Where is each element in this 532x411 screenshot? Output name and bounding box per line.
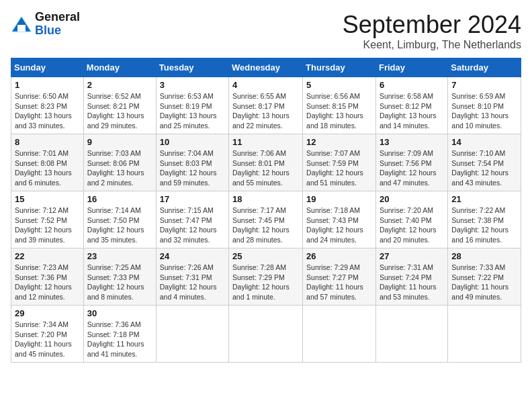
day-info: Sunrise: 7:31 AMSunset: 7:24 PMDaylight:… [380,263,444,302]
empty-cell [156,306,228,363]
day-cell-15: 15Sunrise: 7:12 AMSunset: 7:52 PMDayligh… [11,191,84,248]
day-info: Sunrise: 6:55 AMSunset: 8:17 PMDaylight:… [232,91,299,131]
day-cell-19: 19Sunrise: 7:18 AMSunset: 7:43 PMDayligh… [303,191,376,248]
day-info: Sunrise: 7:03 AMSunset: 8:06 PMDaylight:… [87,148,152,188]
calendar-week-row: 8Sunrise: 7:01 AMSunset: 8:08 PMDaylight… [11,134,521,191]
header-saturday: Saturday [448,58,521,77]
weekday-header-row: Sunday Monday Tuesday Wednesday Thursday… [11,58,521,77]
day-info: Sunrise: 7:15 AMSunset: 7:47 PMDaylight:… [160,205,225,245]
day-number: 30 [87,308,152,318]
day-info: Sunrise: 6:53 AMSunset: 8:19 PMDaylight:… [160,91,225,131]
day-cell-7: 7Sunrise: 6:59 AMSunset: 8:10 PMDaylight… [448,77,521,134]
day-number: 21 [451,194,517,204]
day-cell-20: 20Sunrise: 7:20 AMSunset: 7:40 PMDayligh… [375,191,447,248]
day-cell-2: 2Sunrise: 6:52 AMSunset: 8:21 PMDaylight… [83,77,156,134]
day-info: Sunrise: 6:58 AMSunset: 8:12 PMDaylight:… [380,91,444,131]
calendar-title: September 2024 [343,11,521,39]
day-info: Sunrise: 7:17 AMSunset: 7:45 PMDaylight:… [232,205,299,245]
calendar-subtitle: Keent, Limburg, The Netherlands [343,39,521,51]
day-cell-4: 4Sunrise: 6:55 AMSunset: 8:17 PMDaylight… [229,77,303,134]
day-info: Sunrise: 7:25 AMSunset: 7:33 PMDaylight:… [87,263,152,302]
day-info: Sunrise: 7:34 AMSunset: 7:20 PMDaylight:… [15,320,80,359]
day-number: 1 [15,80,80,90]
day-cell-18: 18Sunrise: 7:17 AMSunset: 7:45 PMDayligh… [229,191,303,248]
day-info: Sunrise: 7:20 AMSunset: 7:40 PMDaylight:… [380,205,444,245]
day-number: 10 [160,137,225,147]
day-number: 11 [232,137,299,147]
calendar-week-row: 29Sunrise: 7:34 AMSunset: 7:20 PMDayligh… [11,306,521,363]
day-cell-29: 29Sunrise: 7:34 AMSunset: 7:20 PMDayligh… [11,306,84,363]
day-number: 9 [87,137,152,147]
empty-cell [303,306,376,363]
day-number: 24 [160,251,225,261]
day-info: Sunrise: 6:59 AMSunset: 8:10 PMDaylight:… [451,91,517,131]
day-cell-24: 24Sunrise: 7:26 AMSunset: 7:31 PMDayligh… [156,248,228,306]
logo-icon [11,15,32,33]
day-number: 3 [160,80,225,90]
day-info: Sunrise: 7:10 AMSunset: 7:54 PMDaylight:… [451,148,517,188]
day-cell-5: 5Sunrise: 6:56 AMSunset: 8:15 PMDaylight… [303,77,376,134]
header-thursday: Thursday [303,58,376,77]
day-number: 20 [380,194,444,204]
day-info: Sunrise: 7:23 AMSunset: 7:36 PMDaylight:… [15,263,80,302]
title-area: September 2024 Keent, Limburg, The Nethe… [343,11,521,51]
day-number: 4 [232,80,299,90]
header-sunday: Sunday [11,58,84,77]
day-number: 8 [15,137,80,147]
day-cell-1: 1Sunrise: 6:50 AMSunset: 8:23 PMDaylight… [11,77,84,134]
day-number: 29 [15,308,80,318]
day-cell-22: 22Sunrise: 7:23 AMSunset: 7:36 PMDayligh… [11,248,84,306]
day-cell-17: 17Sunrise: 7:15 AMSunset: 7:47 PMDayligh… [156,191,228,248]
day-number: 25 [232,251,299,261]
day-cell-23: 23Sunrise: 7:25 AMSunset: 7:33 PMDayligh… [83,248,156,306]
day-info: Sunrise: 7:33 AMSunset: 7:22 PMDaylight:… [451,263,517,302]
empty-cell [229,306,303,363]
day-cell-27: 27Sunrise: 7:31 AMSunset: 7:24 PMDayligh… [375,248,447,306]
day-cell-9: 9Sunrise: 7:03 AMSunset: 8:06 PMDaylight… [83,134,156,191]
day-cell-28: 28Sunrise: 7:33 AMSunset: 7:22 PMDayligh… [448,248,521,306]
day-cell-26: 26Sunrise: 7:29 AMSunset: 7:27 PMDayligh… [303,248,376,306]
day-cell-13: 13Sunrise: 7:09 AMSunset: 7:56 PMDayligh… [375,134,447,191]
day-number: 14 [451,137,517,147]
day-info: Sunrise: 7:22 AMSunset: 7:38 PMDaylight:… [451,205,517,245]
calendar-table: Sunday Monday Tuesday Wednesday Thursday… [11,58,521,363]
day-number: 16 [87,194,152,204]
day-cell-11: 11Sunrise: 7:06 AMSunset: 8:01 PMDayligh… [229,134,303,191]
day-cell-14: 14Sunrise: 7:10 AMSunset: 7:54 PMDayligh… [448,134,521,191]
day-info: Sunrise: 7:09 AMSunset: 7:56 PMDaylight:… [380,148,444,188]
calendar-week-row: 1Sunrise: 6:50 AMSunset: 8:23 PMDaylight… [11,77,521,134]
day-info: Sunrise: 6:50 AMSunset: 8:23 PMDaylight:… [15,91,80,131]
day-info: Sunrise: 6:56 AMSunset: 8:15 PMDaylight:… [306,91,372,131]
day-cell-25: 25Sunrise: 7:28 AMSunset: 7:29 PMDayligh… [229,248,303,306]
day-cell-12: 12Sunrise: 7:07 AMSunset: 7:59 PMDayligh… [303,134,376,191]
day-cell-21: 21Sunrise: 7:22 AMSunset: 7:38 PMDayligh… [448,191,521,248]
day-number: 22 [15,251,80,261]
calendar-week-row: 15Sunrise: 7:12 AMSunset: 7:52 PMDayligh… [11,191,521,248]
day-number: 26 [306,251,372,261]
header-monday: Monday [83,58,156,77]
svg-rect-2 [17,25,26,32]
day-info: Sunrise: 7:28 AMSunset: 7:29 PMDaylight:… [232,263,299,302]
day-cell-3: 3Sunrise: 6:53 AMSunset: 8:19 PMDaylight… [156,77,228,134]
day-number: 6 [380,80,444,90]
header: GeneralBlue September 2024 Keent, Limbur… [11,11,521,51]
day-number: 18 [232,194,299,204]
header-wednesday: Wednesday [229,58,303,77]
day-info: Sunrise: 7:26 AMSunset: 7:31 PMDaylight:… [160,263,225,302]
day-cell-8: 8Sunrise: 7:01 AMSunset: 8:08 PMDaylight… [11,134,84,191]
day-info: Sunrise: 7:29 AMSunset: 7:27 PMDaylight:… [306,263,372,302]
logo-text: GeneralBlue [35,11,80,38]
day-info: Sunrise: 7:06 AMSunset: 8:01 PMDaylight:… [232,148,299,188]
logo: GeneralBlue [11,11,80,38]
day-info: Sunrise: 7:04 AMSunset: 8:03 PMDaylight:… [160,148,225,188]
day-number: 5 [306,80,372,90]
day-cell-10: 10Sunrise: 7:04 AMSunset: 8:03 PMDayligh… [156,134,228,191]
empty-cell [448,306,521,363]
day-info: Sunrise: 7:12 AMSunset: 7:52 PMDaylight:… [15,205,80,245]
day-info: Sunrise: 7:36 AMSunset: 7:18 PMDaylight:… [87,320,152,359]
day-number: 19 [306,194,372,204]
empty-cell [375,306,447,363]
day-number: 2 [87,80,152,90]
day-number: 17 [160,194,225,204]
day-info: Sunrise: 7:07 AMSunset: 7:59 PMDaylight:… [306,148,372,188]
